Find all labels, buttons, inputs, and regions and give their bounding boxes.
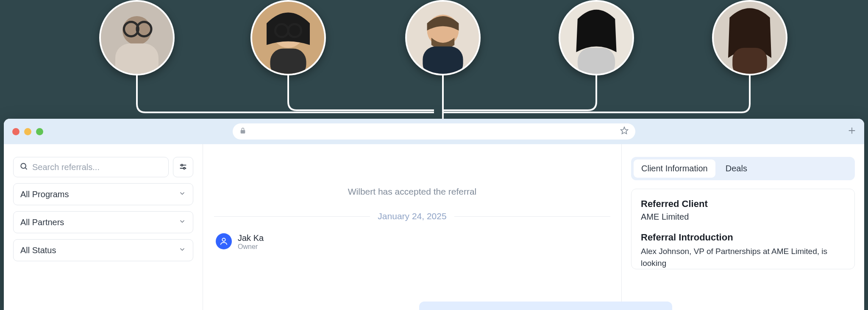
svg-point-27 [184, 168, 185, 169]
referrals-sidebar: All Programs All Partners All Status [4, 144, 203, 310]
filter-partners-select[interactable]: All Partners [13, 211, 193, 233]
chevron-down-icon [178, 190, 186, 199]
chevron-down-icon [178, 218, 186, 227]
svg-marker-19 [621, 127, 628, 134]
user-avatar-small [216, 233, 232, 249]
client-info-card: Referred Client AME Limited Referral Int… [631, 189, 855, 269]
connector-lines [0, 0, 868, 127]
tab-deals[interactable]: Deals [718, 159, 755, 178]
referral-status-line: Wilbert has accepted the referral [214, 187, 610, 197]
search-icon [19, 162, 28, 172]
search-input[interactable] [32, 162, 162, 172]
filter-partners-label: All Partners [20, 218, 64, 227]
search-row [13, 157, 193, 177]
search-box[interactable] [13, 157, 169, 177]
message-meta: Jak Ka Owner [238, 233, 264, 251]
tab-client-information[interactable]: Client Information [634, 159, 715, 178]
svg-line-23 [25, 168, 27, 170]
chevron-down-icon [178, 246, 186, 255]
date-separator: January 24, 2025 [214, 211, 610, 221]
window-close-dot[interactable] [12, 128, 19, 135]
svg-point-25 [181, 164, 183, 166]
referral-intro-body: Alex Johnson, VP of Partnerships at AME … [641, 246, 845, 269]
app-body: All Programs All Partners All Status Wil [4, 144, 864, 310]
filter-sliders-button[interactable] [173, 157, 193, 177]
traffic-lights [12, 128, 43, 135]
date-separator-label: January 24, 2025 [378, 211, 446, 221]
message-bubble [419, 302, 672, 310]
address-bar[interactable] [233, 123, 635, 140]
browser-chrome-bar [4, 119, 864, 144]
filter-status-select[interactable]: All Status [13, 239, 193, 261]
message-row: Jak Ka Owner [214, 233, 610, 251]
message-user-role: Owner [238, 243, 264, 251]
referral-intro-heading: Referral Introduction [641, 232, 845, 243]
filter-programs-select[interactable]: All Programs [13, 183, 193, 205]
window-maximize-dot[interactable] [36, 128, 43, 135]
window-minimize-dot[interactable] [24, 128, 31, 135]
message-user-name: Jak Ka [238, 233, 264, 243]
detail-tabs: Client Information Deals [631, 157, 855, 180]
browser-window: All Programs All Partners All Status Wil [4, 119, 864, 310]
filter-status-label: All Status [20, 246, 56, 255]
referred-client-heading: Referred Client [641, 198, 845, 209]
lock-icon [239, 127, 246, 136]
plus-icon[interactable] [847, 126, 857, 137]
detail-panel: Client Information Deals Referred Client… [622, 144, 864, 310]
tab-client-information-label: Client Information [641, 164, 708, 173]
filter-programs-label: All Programs [20, 190, 69, 199]
activity-feed: Wilbert has accepted the referral Januar… [203, 144, 622, 310]
svg-point-22 [21, 163, 26, 168]
star-icon[interactable] [620, 126, 629, 137]
referred-client-name: AME Limited [641, 212, 845, 222]
svg-point-28 [222, 238, 225, 241]
tab-deals-label: Deals [726, 164, 747, 173]
